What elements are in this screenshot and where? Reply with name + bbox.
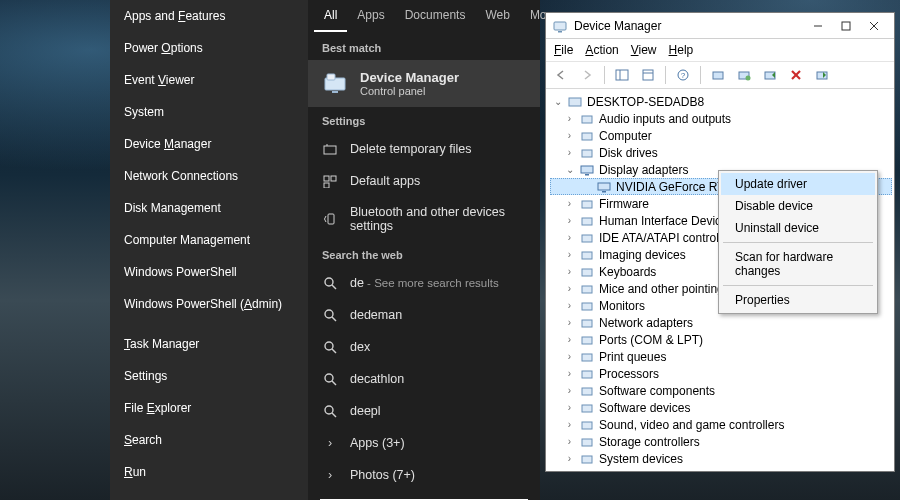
expand-icon[interactable]: › xyxy=(564,283,575,294)
svg-rect-56 xyxy=(582,337,592,344)
web-result[interactable]: dex xyxy=(308,331,540,363)
category-icon xyxy=(579,248,595,262)
menu-file[interactable]: File xyxy=(554,43,573,57)
update-driver-button[interactable] xyxy=(733,65,755,85)
collapse-icon[interactable]: ⌄ xyxy=(564,164,575,175)
help-button[interactable]: ? xyxy=(672,65,694,85)
settings-result[interactable]: Default apps xyxy=(308,165,540,197)
back-button[interactable] xyxy=(550,65,572,85)
expand-icon[interactable]: › xyxy=(564,385,575,396)
expand-icon[interactable]: › xyxy=(564,232,575,243)
tree-root[interactable]: ⌄ DESKTOP-SEDADB8 xyxy=(550,93,892,110)
winx-item[interactable]: System xyxy=(110,96,308,128)
expand-icon[interactable]: › xyxy=(564,334,575,345)
photos-more-row[interactable]: › Photos (7+) xyxy=(308,459,540,491)
winx-item[interactable]: Network Connections xyxy=(110,160,308,192)
menu-view[interactable]: View xyxy=(631,43,657,57)
winx-item[interactable]: Run xyxy=(110,456,308,488)
winx-item[interactable]: Search xyxy=(110,424,308,456)
tab-web[interactable]: Web xyxy=(475,0,519,32)
properties-button[interactable] xyxy=(637,65,659,85)
menu-action[interactable]: Action xyxy=(585,43,618,57)
expand-icon[interactable]: › xyxy=(564,198,575,209)
tree-category[interactable]: ›Computer xyxy=(550,127,892,144)
expand-icon[interactable]: › xyxy=(564,368,575,379)
expand-icon[interactable]: › xyxy=(564,300,575,311)
tree-category[interactable]: ›Storage controllers xyxy=(550,433,892,450)
minimize-button[interactable] xyxy=(804,16,832,36)
expand-icon[interactable]: › xyxy=(564,453,575,464)
winx-item[interactable]: Windows PowerShell (Admin) xyxy=(110,288,308,320)
tree-category[interactable]: ›Sound, video and game controllers xyxy=(550,416,892,433)
ctx-scan-hardware[interactable]: Scan for hardware changes xyxy=(721,246,875,282)
category-label: Processors xyxy=(599,367,659,381)
scan-hardware-button[interactable] xyxy=(707,65,729,85)
expand-icon[interactable]: › xyxy=(564,249,575,260)
category-icon xyxy=(579,401,595,415)
window-title: Device Manager xyxy=(574,19,798,33)
tree-category[interactable]: ›Software components xyxy=(550,382,892,399)
expand-icon[interactable]: › xyxy=(564,113,575,124)
winx-item[interactable]: Device Manager xyxy=(110,128,308,160)
collapse-icon[interactable]: ⌄ xyxy=(552,96,563,107)
ctx-properties[interactable]: Properties xyxy=(721,289,875,311)
category-label: Keyboards xyxy=(599,265,656,279)
tree-category[interactable]: ›Universal Serial Bus controllers xyxy=(550,467,892,471)
close-button[interactable] xyxy=(860,16,888,36)
tree-category[interactable]: ›Print queues xyxy=(550,348,892,365)
ctx-update-driver[interactable]: Update driver xyxy=(721,173,875,195)
winx-item[interactable]: Event Viewer xyxy=(110,64,308,96)
expand-icon[interactable]: › xyxy=(564,419,575,430)
web-result[interactable]: decathlon xyxy=(308,363,540,395)
winx-item[interactable]: Disk Management xyxy=(110,192,308,224)
apps-more-row[interactable]: › Apps (3+) xyxy=(308,427,540,459)
menu-help[interactable]: Help xyxy=(669,43,694,57)
category-label: Computer xyxy=(599,129,652,143)
expand-icon[interactable]: › xyxy=(564,317,575,328)
maximize-button[interactable] xyxy=(832,16,860,36)
web-result[interactable]: dedeman xyxy=(308,299,540,331)
expand-icon[interactable]: › xyxy=(564,266,575,277)
svg-rect-53 xyxy=(582,286,592,293)
tree-category[interactable]: ›Ports (COM & LPT) xyxy=(550,331,892,348)
web-result[interactable]: deepl xyxy=(308,395,540,427)
settings-result[interactable]: Delete temporary files xyxy=(308,133,540,165)
tab-all[interactable]: All xyxy=(314,0,347,32)
show-hide-tree-button[interactable] xyxy=(611,65,633,85)
tree-category[interactable]: ›Software devices xyxy=(550,399,892,416)
winx-item[interactable]: Computer Management xyxy=(110,224,308,256)
tree-category[interactable]: ›Processors xyxy=(550,365,892,382)
tab-documents[interactable]: Documents xyxy=(395,0,476,32)
tab-apps[interactable]: Apps xyxy=(347,0,394,32)
winx-item[interactable]: Apps and Features xyxy=(110,0,308,32)
ctx-disable-device[interactable]: Disable device xyxy=(721,195,875,217)
forward-button[interactable] xyxy=(576,65,598,85)
disable-device-button[interactable] xyxy=(811,65,833,85)
tree-category[interactable]: ›System devices xyxy=(550,450,892,467)
expand-icon[interactable]: › xyxy=(564,147,575,158)
tree-category[interactable]: ›Disk drives xyxy=(550,144,892,161)
winx-item[interactable]: File Explorer xyxy=(110,392,308,424)
expand-icon[interactable]: › xyxy=(564,130,575,141)
tree-category[interactable]: ›Network adapters xyxy=(550,314,892,331)
window-titlebar[interactable]: Device Manager xyxy=(546,13,894,39)
svg-rect-57 xyxy=(582,354,592,361)
expand-icon[interactable]: › xyxy=(564,402,575,413)
expand-icon[interactable]: › xyxy=(564,436,575,447)
expand-icon[interactable]: › xyxy=(564,470,575,471)
winx-item[interactable]: Shut down or sign out xyxy=(110,496,308,500)
search-icon xyxy=(322,403,338,419)
web-result-primary[interactable]: de - See more search results xyxy=(308,267,540,299)
winx-item[interactable]: Power Options xyxy=(110,32,308,64)
expand-icon[interactable]: › xyxy=(564,215,575,226)
winx-item[interactable]: Windows PowerShell xyxy=(110,256,308,288)
best-match-result[interactable]: Device Manager Control panel xyxy=(308,60,540,107)
winx-item[interactable]: Settings xyxy=(110,360,308,392)
ctx-uninstall-device[interactable]: Uninstall device xyxy=(721,217,875,239)
expand-icon[interactable]: › xyxy=(564,351,575,362)
tree-category[interactable]: ›Audio inputs and outputs xyxy=(550,110,892,127)
winx-item[interactable]: Task Manager xyxy=(110,328,308,360)
enable-device-button[interactable] xyxy=(759,65,781,85)
uninstall-device-button[interactable] xyxy=(785,65,807,85)
settings-result[interactable]: Bluetooth and other devices settings xyxy=(308,197,540,241)
